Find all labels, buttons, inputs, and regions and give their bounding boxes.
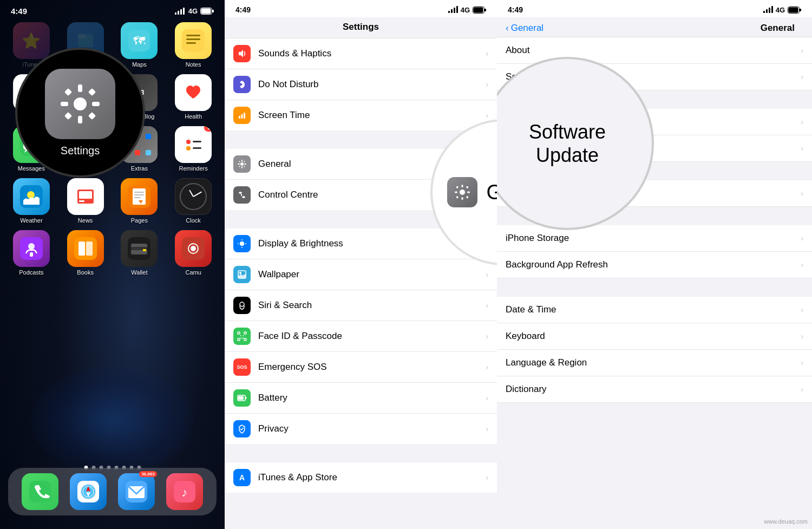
app-label-notes: Notes	[186, 61, 201, 68]
svg-point-95	[240, 302, 244, 306]
svg-rect-40	[134, 192, 144, 193]
svg-rect-115	[466, 196, 469, 199]
app-label-health: Health	[185, 113, 202, 120]
app-item-reminders[interactable]: 2 Reminders	[169, 126, 217, 172]
svg-rect-80	[244, 161, 245, 162]
screentime-label: Screen Time	[258, 110, 486, 121]
itunes-settings-icon: A	[233, 469, 251, 486]
settings-row-battery[interactable]: Battery ›	[225, 383, 497, 414]
dock-safari[interactable]	[70, 473, 107, 510]
settings-group-itunes: A iTunes & App Store ›	[225, 462, 497, 493]
svg-rect-112	[456, 186, 459, 188]
general-status-icons: 4G	[763, 6, 801, 14]
itunes-chevron: ›	[486, 473, 488, 482]
dock-phone[interactable]	[22, 473, 58, 510]
settings-row-sounds[interactable]: Sounds & Haptics ›	[225, 38, 497, 69]
general-row-dictionary[interactable]: Dictionary ›	[497, 376, 812, 403]
svg-rect-111	[467, 192, 470, 193]
settings-row-sos[interactable]: SOS Emergency SOS ›	[225, 352, 497, 383]
settings-row-privacy[interactable]: Privacy ›	[225, 414, 497, 444]
general-settings-panel: 4:49 4G ‹ General General	[497, 0, 812, 529]
svg-rect-47	[74, 237, 97, 260]
dictionary-chevron: ›	[801, 385, 803, 394]
app-item-pages[interactable]: Pages	[116, 178, 163, 224]
settings-row-faceid[interactable]: Face ID & Passcode ›	[225, 321, 497, 352]
app-item-wallet[interactable]: Wallet	[116, 230, 163, 276]
settings-panel: 4:49 4G Settings Sounds	[225, 0, 497, 529]
svg-rect-109	[462, 197, 463, 200]
handoff-chevron: ›	[801, 117, 803, 126]
svg-point-56	[191, 246, 196, 251]
general-row-bgrefresh[interactable]: Background App Refresh ›	[497, 252, 812, 278]
news-icon	[67, 178, 104, 215]
settings-row-wallpaper[interactable]: Wallpaper ›	[225, 259, 497, 290]
wallpaper-icon	[233, 266, 251, 283]
app-item-clock[interactable]: Clock	[169, 178, 217, 224]
svg-point-101	[240, 335, 241, 336]
svg-rect-19	[186, 42, 196, 44]
app-item-health[interactable]: Health	[169, 74, 217, 120]
clock-face	[180, 183, 207, 210]
settings-list: Sounds & Haptics › Do Not Disturb › Scre…	[225, 38, 497, 524]
accessibility-chevron: ›	[801, 189, 803, 198]
storage-label: iPhone Storage	[506, 233, 801, 244]
dictionary-label: Dictionary	[506, 384, 801, 395]
general-row-keyboard[interactable]: Keyboard ›	[497, 323, 812, 350]
settings-row-siri[interactable]: Siri & Search ›	[225, 290, 497, 321]
svg-rect-9	[88, 88, 96, 95]
settings-battery-icon	[473, 6, 486, 14]
svg-rect-81	[239, 166, 240, 167]
app-item-podcasts[interactable]: Podcasts	[8, 230, 55, 276]
general-circle-text: General	[486, 181, 497, 204]
health-icon	[175, 74, 212, 111]
svg-point-94	[239, 272, 241, 274]
svg-rect-99	[238, 338, 240, 341]
app-item-maps[interactable]: 🗺 Maps	[116, 22, 163, 68]
svg-rect-113	[466, 186, 469, 188]
bgrefresh-label: Background App Refresh	[506, 259, 801, 270]
svg-rect-17	[186, 35, 200, 36]
about-label: About	[506, 45, 801, 56]
svg-rect-16	[182, 29, 205, 52]
svg-rect-104	[245, 397, 247, 399]
svg-rect-97	[238, 332, 240, 334]
battery-icon	[200, 8, 214, 15]
svg-rect-1	[201, 9, 211, 14]
siri-chevron: ›	[486, 301, 488, 310]
app-label-weather: Weather	[20, 217, 42, 224]
dock-music[interactable]: ♪	[166, 473, 203, 510]
general-nav-bar: ‹ General General	[497, 17, 812, 37]
reminders-badge: 2	[204, 126, 212, 132]
general-row-storage[interactable]: iPhone Storage ›	[497, 225, 812, 252]
app-label-news: News	[78, 217, 93, 224]
settings-title: Settings	[225, 17, 497, 38]
software-update-text: Software Update	[497, 120, 652, 167]
about-chevron: ›	[801, 46, 803, 55]
svg-rect-69	[474, 7, 483, 12]
general-row-language[interactable]: Language & Region ›	[497, 350, 812, 376]
privacy-label: Privacy	[258, 423, 486, 434]
watermark: www.deuaq.com	[764, 518, 808, 525]
general-row-datetime[interactable]: Date & Time ›	[497, 297, 812, 323]
datetime-chevron: ›	[801, 305, 803, 314]
svg-rect-48	[78, 241, 85, 256]
app-item-books[interactable]: Books	[62, 230, 109, 276]
general-gear	[447, 177, 477, 207]
faceid-chevron: ›	[486, 332, 488, 341]
donotdisturb-chevron: ›	[486, 80, 488, 89]
settings-status-icons: 4G	[448, 6, 486, 14]
settings-row-screentime[interactable]: Screen Time ›	[225, 100, 497, 130]
general-back-button[interactable]: ‹ General	[506, 23, 543, 34]
app-item-camu[interactable]: Camu	[169, 230, 217, 276]
dock-mail[interactable]: 36,883	[118, 473, 155, 510]
settings-row-itunes[interactable]: A iTunes & App Store ›	[225, 462, 497, 493]
app-item-weather[interactable]: Weather	[8, 178, 55, 224]
app-item-notes[interactable]: Notes	[169, 22, 217, 68]
settings-row-donotdisturb[interactable]: Do Not Disturb ›	[225, 69, 497, 100]
app-item-news[interactable]: News	[62, 178, 109, 224]
svg-rect-78	[244, 164, 246, 165]
svg-rect-82	[244, 166, 245, 167]
display-icon	[233, 235, 251, 252]
svg-rect-100	[244, 338, 246, 341]
svg-rect-114	[456, 196, 459, 199]
